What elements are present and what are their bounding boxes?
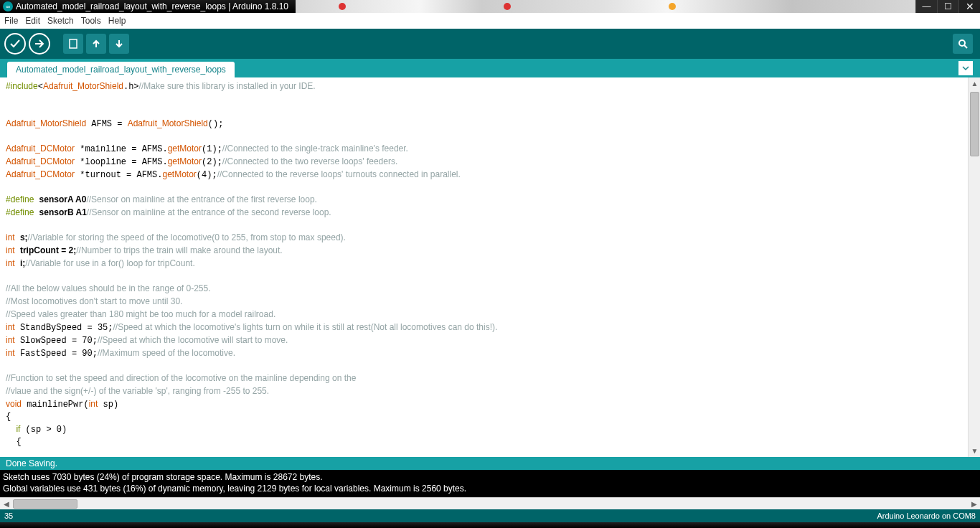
scroll-left-icon[interactable]: ◀ (0, 498, 12, 510)
svg-point-1 (959, 40, 965, 46)
chevron-down-icon (962, 65, 969, 72)
arrow-down-icon (113, 38, 125, 50)
arrow-up-icon (90, 38, 102, 50)
arrow-right-icon (34, 38, 45, 50)
scrollbar-thumb[interactable] (970, 92, 979, 156)
maximize-button[interactable]: ☐ (937, 0, 958, 13)
arduino-icon: ∞ (3, 1, 13, 11)
scroll-right-icon[interactable]: ▶ (968, 498, 980, 510)
save-sketch-button[interactable] (109, 34, 129, 54)
svg-rect-0 (70, 39, 77, 48)
open-sketch-button[interactable] (86, 34, 106, 54)
status-message: Done Saving. (6, 458, 57, 468)
vertical-scrollbar[interactable]: ▲ ▼ (968, 77, 980, 457)
verify-button[interactable] (4, 33, 26, 55)
window-title: Automated_model_railroad_layout_with_rev… (16, 1, 288, 11)
scroll-up-icon[interactable]: ▲ (970, 78, 979, 89)
toolbar (0, 29, 980, 59)
os-taskbar (0, 522, 980, 528)
file-icon (67, 38, 79, 50)
status-message-bar: Done Saving. (0, 457, 980, 470)
horizontal-scrollbar[interactable]: ◀ ▶ (0, 497, 980, 509)
minimize-button[interactable]: — (915, 0, 937, 13)
menu-file[interactable]: File (4, 16, 18, 26)
sketch-tab[interactable]: Automated_model_railroad_layout_with_rev… (7, 62, 235, 77)
code-editor[interactable]: #include<Adafruit_MotorShield.h>//Make s… (0, 77, 980, 457)
check-icon (9, 38, 21, 50)
footer-statusbar: 35 Arduino Leonardo on COM8 (0, 509, 980, 522)
board-port: Arduino Leonardo on COM8 (877, 512, 976, 520)
h-scrollbar-thumb[interactable] (13, 499, 77, 509)
menu-edit[interactable]: Edit (25, 16, 40, 26)
serial-monitor-button[interactable] (953, 34, 973, 54)
console-line-2: Global variables use 431 bytes (16%) of … (3, 484, 466, 494)
menu-bar: File Edit Sketch Tools Help (0, 13, 980, 29)
magnifier-icon (957, 38, 969, 50)
browser-tabs-background (296, 0, 915, 13)
window-controls: — ☐ ✕ (915, 0, 980, 13)
new-sketch-button[interactable] (63, 34, 83, 54)
window-titlebar: ∞ Automated_model_railroad_layout_with_r… (0, 0, 980, 13)
scrollbar-track[interactable] (12, 498, 968, 509)
menu-tools[interactable]: Tools (81, 16, 101, 26)
sketch-tabstrip: Automated_model_railroad_layout_with_rev… (0, 59, 980, 77)
tab-menu-button[interactable] (958, 61, 973, 75)
menu-sketch[interactable]: Sketch (47, 16, 74, 26)
close-button[interactable]: ✕ (958, 0, 980, 13)
line-number: 35 (4, 512, 13, 520)
upload-button[interactable] (29, 33, 50, 55)
menu-help[interactable]: Help (108, 16, 126, 26)
console-line-1: Sketch uses 7030 bytes (24%) of program … (3, 472, 323, 482)
output-console[interactable]: Sketch uses 7030 bytes (24%) of program … (0, 470, 980, 497)
scroll-down-icon[interactable]: ▼ (970, 446, 979, 456)
code-content[interactable]: #include<Adafruit_MotorShield.h>//Make s… (0, 77, 968, 457)
